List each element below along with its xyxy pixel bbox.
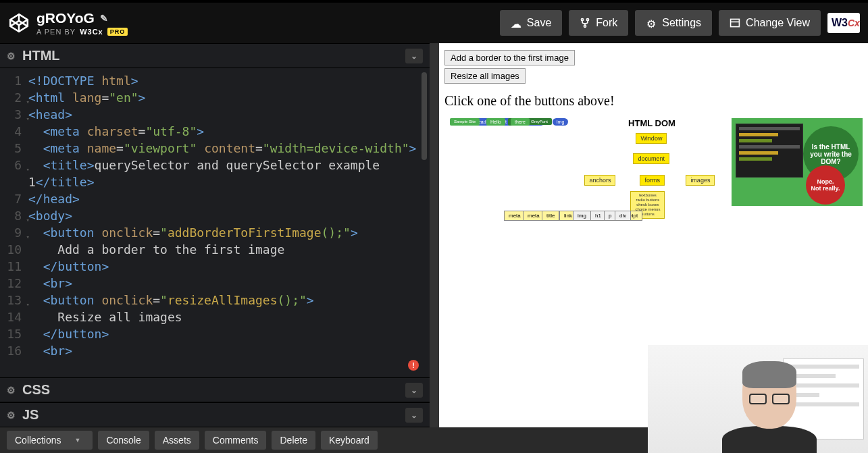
svg-point-5 [584, 25, 586, 27]
forms-box: forms [640, 175, 665, 186]
html-code-editor[interactable]: ! 1<!DOCTYPE html>2▾<html lang="en">3▾<h… [0, 68, 430, 377]
code-line[interactable]: 3▾<head> [0, 106, 430, 123]
brand-cx: Cx [848, 18, 860, 28]
dom-tree-image-2: window document html head body meta meta… [504, 211, 646, 312]
save-label: Save [527, 17, 551, 29]
img-node: img [553, 118, 568, 126]
brand-w3: W3 [832, 17, 848, 28]
topbar: gROYoG ✎ A PEN BY W3Cx PRO ☁Save Fork ⚙S… [0, 0, 868, 43]
html-pane-header[interactable]: ⚙HTML ⌄ [0, 43, 430, 68]
settings-button[interactable]: ⚙Settings [635, 10, 712, 36]
document-box: document [633, 153, 669, 164]
assets-button[interactable]: Assets [155, 431, 199, 450]
code-line[interactable]: 10 Add a border to the first image [0, 241, 430, 258]
presenter [722, 352, 817, 453]
gear-icon[interactable]: ⚙ [7, 51, 16, 61]
keyboard-button[interactable]: Keyboard [321, 431, 378, 450]
change-view-button[interactable]: Change View [719, 10, 821, 36]
error-indicator[interactable]: ! [408, 360, 419, 371]
div-box2: div [615, 211, 631, 221]
webcam-overlay [648, 345, 868, 453]
anchors-box: anchors [584, 175, 615, 186]
subtitle-prefix: A PEN BY [36, 28, 76, 36]
svg-point-4 [587, 19, 589, 21]
chevron-down-icon[interactable]: ⌄ [405, 383, 423, 398]
pen-title[interactable]: gROYoG ✎ [36, 10, 128, 26]
image-row: html head body title h1 p Sample Site He… [444, 118, 863, 226]
code-line[interactable]: 13▾ <button onclick="resizeAllImages();"… [0, 292, 430, 309]
fork-icon [580, 18, 590, 28]
hello-node: Hello [486, 118, 505, 126]
editors-column: ⚙HTML ⌄ ! 1<!DOCTYPE html>2▾<html lang="… [0, 43, 439, 427]
dom-tree-image-1: html head body title h1 p Sample Site He… [444, 118, 572, 213]
fork-button[interactable]: Fork [569, 10, 628, 36]
js-pane-header[interactable]: ⚙JS ⌄ [0, 402, 430, 427]
gear-icon: ⚙ [646, 18, 657, 28]
w3cx-avatar[interactable]: W3Cx [827, 13, 860, 33]
answer-circle: Nope. Not really. [806, 165, 845, 205]
gear-icon[interactable]: ⚙ [7, 385, 16, 396]
code-line[interactable]: 12 <br> [0, 275, 430, 292]
code-line[interactable]: 2▾<html lang="en"> [0, 89, 430, 106]
codepen-logo [8, 12, 30, 34]
comments-button[interactable]: Comments [205, 431, 267, 450]
code-line[interactable]: 1</title> [0, 174, 430, 190]
promo-image: Is the HTML you write the DOM? Nope. Not… [732, 118, 863, 206]
code-line[interactable]: 5 <meta name="viewport" content="width=d… [0, 140, 430, 157]
html-pane-label: HTML [22, 48, 60, 63]
code-line[interactable]: 4 <meta charset="utf-8"> [0, 123, 430, 140]
css-pane-label: CSS [22, 382, 50, 398]
layout-icon [730, 18, 740, 28]
there-node: there [511, 118, 530, 126]
gear-icon[interactable]: ⚙ [7, 410, 16, 421]
instruction-text: Click one of the buttons above! [444, 93, 863, 109]
dom-title: HTML DOM [578, 118, 725, 128]
code-line[interactable]: 11 </button> [0, 258, 430, 275]
img-box2: img [573, 211, 591, 221]
code-line[interactable]: 16 <br> [0, 342, 430, 359]
pro-badge: PRO [107, 28, 128, 36]
svg-point-3 [582, 19, 584, 21]
code-line[interactable]: 15 </button> [0, 325, 430, 342]
chevron-down-icon[interactable]: ⌄ [405, 408, 423, 423]
cloud-icon: ☁ [511, 18, 521, 28]
window-box: Window [636, 133, 667, 144]
console-button[interactable]: Console [98, 431, 149, 450]
code-line[interactable]: 6▾ <title>querySelector and querySelecto… [0, 157, 430, 174]
pen-title-text: gROYoG [36, 10, 95, 26]
code-line[interactable]: 14 Resize all images [0, 309, 430, 325]
greyfont-node: GreyFont [527, 118, 552, 125]
css-pane-header[interactable]: ⚙CSS ⌄ [0, 377, 430, 402]
delete-button[interactable]: Delete [272, 431, 315, 450]
pencil-icon[interactable]: ✎ [100, 13, 108, 24]
scrollbar-thumb[interactable] [422, 72, 427, 160]
add-border-button[interactable]: Add a border to the first image [444, 50, 575, 65]
svg-rect-6 [731, 19, 740, 26]
author-link[interactable]: W3Cx [80, 28, 103, 36]
collections-label: Collections [15, 435, 61, 446]
html-dom-image: HTML DOM Window document anchors forms i… [578, 118, 725, 226]
chevron-down-icon[interactable]: ⌄ [405, 49, 423, 63]
code-line[interactable]: 7</head> [0, 190, 430, 207]
resize-images-button[interactable]: Resize all images [444, 68, 526, 84]
images-box: images [686, 175, 715, 186]
sample-node: Sample Site [450, 118, 480, 126]
fork-label: Fork [596, 17, 617, 29]
code-screenshot [736, 124, 803, 178]
code-line[interactable]: 8▾<body> [0, 207, 430, 224]
code-line[interactable]: 1<!DOCTYPE html> [0, 72, 430, 89]
caret-down-icon: ▼ [74, 437, 80, 444]
code-line[interactable]: 9▾ <button onclick="addBorderToFirstImag… [0, 224, 430, 241]
title-box: title [542, 211, 559, 221]
change-view-label: Change View [746, 17, 810, 29]
js-pane-label: JS [22, 407, 39, 423]
settings-label: Settings [662, 17, 701, 29]
pen-subtitle: A PEN BY W3Cx PRO [36, 28, 128, 36]
save-button[interactable]: ☁Save [500, 10, 562, 36]
collections-dropdown[interactable]: Collections▼ [7, 431, 93, 450]
